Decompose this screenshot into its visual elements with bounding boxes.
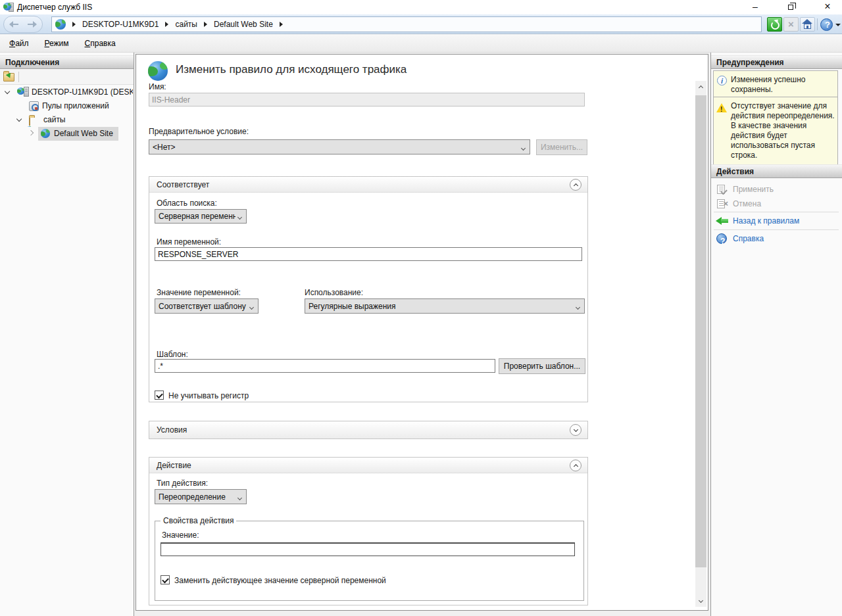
precondition-label: Предварительное условие: <box>149 127 249 136</box>
action-type-label: Тип действия: <box>157 479 208 488</box>
connections-header: Подключения <box>0 55 134 69</box>
address-bar: DESKTOP-U1MK9D1 сайты Default Web Site <box>0 14 842 34</box>
restore-icon <box>788 5 793 10</box>
nav-buttons <box>3 16 43 33</box>
ignore-case-checkbox[interactable] <box>155 391 164 400</box>
server-icon <box>17 87 29 97</box>
main-area: Изменить правило для исходящего трафика … <box>134 53 710 616</box>
action-section-title: Действие <box>157 461 191 470</box>
scroll-up-icon[interactable] <box>695 81 706 92</box>
breadcrumb-item-server[interactable]: DESKTOP-U1MK9D1 <box>82 20 159 29</box>
back-arrow-icon <box>716 217 729 225</box>
breadcrumb[interactable]: DESKTOP-U1MK9D1 сайты Default Web Site <box>51 16 762 32</box>
back-icon[interactable] <box>9 21 18 28</box>
app-pools-icon <box>29 101 39 111</box>
title-bar: Диспетчер служб IIS <box>0 0 842 14</box>
save-connection-icon[interactable] <box>3 73 14 82</box>
tree-item-default-web-site[interactable]: Default Web Site <box>0 127 133 141</box>
connections-panel: Подключения DESKTOP-U1MK9D1 (DESKTOP Пул… <box>0 53 134 616</box>
precondition-select[interactable]: <Нет> <box>149 139 530 154</box>
action-properties-group: Свойства действия Значение: Заменить дей… <box>155 521 584 601</box>
match-section-title: Соответствует <box>157 180 209 189</box>
ignore-case-label: Не учитывать регистр <box>168 391 249 400</box>
expander-down-icon[interactable] <box>16 116 22 122</box>
collapse-button[interactable] <box>570 179 582 191</box>
actions-divider <box>714 212 839 212</box>
connections-tree: DESKTOP-U1MK9D1 (DESKTOP Пулы приложений… <box>0 85 133 141</box>
match-section: Соответствует Область поиска: Серверная … <box>149 176 588 402</box>
variable-value-label: Значение переменной: <box>157 288 241 297</box>
connections-toolbar <box>0 69 134 85</box>
usage-select[interactable]: Регулярные выражения <box>305 298 585 314</box>
cancel-icon <box>717 199 725 208</box>
vertical-scrollbar[interactable] <box>695 81 706 607</box>
help-icon[interactable] <box>820 18 833 31</box>
scrollbar-thumb[interactable] <box>695 95 706 567</box>
expander-down-icon[interactable] <box>5 89 11 95</box>
chevron-down-icon <box>522 143 525 152</box>
menu-bar: Файл Режим Справка <box>0 34 842 53</box>
conditions-section: Условия <box>149 421 588 439</box>
refresh-icon[interactable] <box>767 17 782 32</box>
expander-right-icon[interactable] <box>28 130 34 136</box>
toolbar-divider <box>817 18 818 30</box>
info-text: Изменения успешно сохранены. <box>731 75 805 94</box>
action-section-header: Действие <box>149 458 587 473</box>
restore-button[interactable] <box>778 0 805 14</box>
variable-name-label: Имя переменной: <box>157 237 221 247</box>
menu-help[interactable]: Справка <box>78 36 122 51</box>
info-notice: Изменения успешно сохранены. <box>713 70 838 99</box>
pattern-input[interactable] <box>155 359 495 373</box>
info-icon <box>717 76 727 85</box>
breadcrumb-separator-icon <box>72 22 76 27</box>
replace-value-label: Заменить действующее значение серверной … <box>174 576 386 585</box>
website-globe-icon <box>41 129 50 138</box>
pattern-label: Шаблон: <box>157 350 188 359</box>
tree-item-app-pools[interactable]: Пулы приложений <box>0 99 133 113</box>
close-button[interactable] <box>814 0 841 14</box>
chevron-down-icon <box>576 302 580 311</box>
page-title: Изменить правило для исходящего трафика <box>176 63 407 76</box>
breadcrumb-separator-icon <box>280 22 283 27</box>
breadcrumb-item-website[interactable]: Default Web Site <box>214 20 273 29</box>
tree-item-server[interactable]: DESKTOP-U1MK9D1 (DESKTOP <box>0 85 133 99</box>
replace-value-checkbox[interactable] <box>161 575 170 584</box>
help-circle-icon <box>716 233 727 244</box>
toolbar-divider <box>18 72 19 82</box>
value-input[interactable] <box>161 542 575 556</box>
menu-view[interactable]: Режим <box>38 36 76 51</box>
back-to-rules-action[interactable]: Назад к правилам <box>711 214 842 228</box>
breadcrumb-separator-icon <box>204 22 207 27</box>
home-icon[interactable] <box>800 17 815 32</box>
actions-header: Действия <box>711 164 842 178</box>
iis-app-icon <box>3 2 14 12</box>
minimize-button[interactable] <box>742 0 768 14</box>
collapse-button[interactable] <box>570 460 582 471</box>
help-dropdown-caret-icon[interactable] <box>835 24 841 26</box>
conditions-section-title: Условия <box>157 425 187 435</box>
test-pattern-button[interactable]: Проверить шаблон... <box>499 358 585 374</box>
value-label: Значение: <box>162 531 199 540</box>
variable-value-select[interactable]: Соответствует шаблону <box>155 298 259 314</box>
breadcrumb-item-sites[interactable]: сайты <box>175 20 197 29</box>
help-action[interactable]: Справка <box>711 231 842 246</box>
scope-select[interactable]: Серверная переменн <box>155 209 247 224</box>
usage-label: Использование: <box>305 288 363 297</box>
tree-item-sites[interactable]: сайты <box>0 113 133 127</box>
action-type-select[interactable]: Переопределение <box>155 489 247 504</box>
chevron-down-icon <box>238 492 241 502</box>
menu-file[interactable]: Файл <box>3 36 36 51</box>
window-title: Диспетчер служб IIS <box>17 3 92 12</box>
breadcrumb-separator-icon <box>165 22 168 27</box>
variable-name-input[interactable] <box>155 247 582 261</box>
warning-text: Отсутствует значение для действия переоп… <box>731 101 835 160</box>
name-label: Имя: <box>149 82 166 91</box>
warning-notice: Отсутствует значение для действия переоп… <box>713 97 838 165</box>
forward-icon[interactable] <box>28 21 37 28</box>
sites-folder-icon <box>29 116 30 127</box>
expand-button[interactable] <box>570 424 582 436</box>
chevron-up-icon <box>573 463 578 468</box>
page-globe-icon <box>148 61 168 81</box>
scroll-down-icon[interactable] <box>695 596 706 607</box>
alerts-header: Предупреждения <box>711 55 842 69</box>
